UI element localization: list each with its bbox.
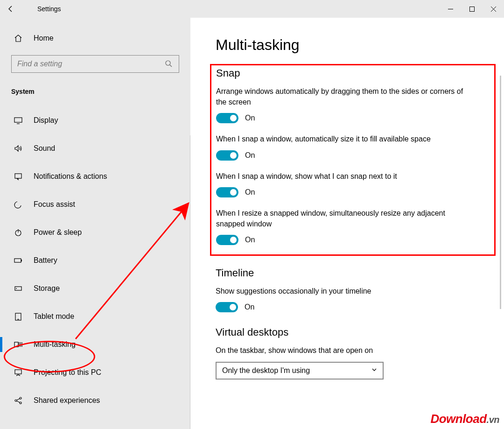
snap-toggle-1[interactable] <box>216 113 238 123</box>
svg-rect-21 <box>15 370 21 374</box>
titlebar: Settings <box>0 0 504 18</box>
sidebar-item-label: Power & sleep <box>34 228 82 237</box>
virtual-desktops-heading: Virtual desktops <box>216 326 490 338</box>
select-value: Only the desktop I'm using <box>222 366 310 375</box>
sidebar-item-label: Tablet mode <box>34 312 74 321</box>
sidebar-item-shared-experiences[interactable]: Shared experiences <box>0 387 190 415</box>
svg-rect-12 <box>21 260 22 261</box>
toggle-state: On <box>245 151 255 160</box>
arrow-left-icon <box>7 5 14 13</box>
setting-desc: On the taskbar, show windows that are op… <box>216 345 468 356</box>
maximize-button[interactable] <box>461 0 483 18</box>
storage-icon <box>13 283 23 294</box>
sound-icon <box>13 143 23 154</box>
sidebar-item-label: Display <box>34 116 58 125</box>
setting-desc: When I snap a window, show what I can sn… <box>216 171 468 182</box>
setting-desc: When I snap a window, automatically size… <box>216 134 468 144</box>
sidebar-item-power-sleep[interactable]: Power & sleep <box>0 218 190 246</box>
sidebar-item-label: Focus assist <box>34 200 75 209</box>
snap-setting-1: Arrange windows automatically by draggin… <box>216 86 490 123</box>
annotation-highlight-box: Snap Arrange windows automatically by dr… <box>210 64 496 256</box>
notifications-icon <box>13 171 23 182</box>
sidebar-item-label: Multi-tasking <box>34 340 76 349</box>
window-title: Settings <box>21 5 61 13</box>
svg-rect-6 <box>14 118 22 122</box>
sidebar-item-label: Storage <box>34 284 60 293</box>
search-icon <box>165 60 174 69</box>
sidebar-item-label: Projecting to this PC <box>34 368 101 377</box>
watermark: Download.vn <box>430 412 499 426</box>
sidebar-item-label: Shared experiences <box>34 396 100 405</box>
setting-desc: Arrange windows automatically by draggin… <box>216 86 468 107</box>
back-button[interactable] <box>0 0 21 18</box>
content-area: Multi-tasking Snap Arrange windows autom… <box>190 18 504 429</box>
section-label: System <box>0 79 190 99</box>
sidebar-item-label: Battery <box>34 256 57 265</box>
scrollbar[interactable] <box>500 76 501 309</box>
sidebar-item-projecting[interactable]: Projecting to this PC <box>0 359 190 387</box>
minimize-icon <box>448 7 453 12</box>
snap-heading: Snap <box>216 67 490 79</box>
toggle-state: On <box>245 188 255 197</box>
svg-point-4 <box>166 61 170 65</box>
sidebar-item-sound[interactable]: Sound <box>0 134 190 162</box>
page-title: Multi-tasking <box>216 36 490 54</box>
minimize-button[interactable] <box>440 0 461 18</box>
svg-point-14 <box>16 288 17 289</box>
power-icon <box>13 227 23 238</box>
snap-toggle-3[interactable] <box>216 187 238 197</box>
sidebar-item-focus-assist[interactable]: Focus assist <box>0 190 190 218</box>
search-field[interactable] <box>17 60 165 68</box>
snap-setting-3: When I snap a window, show what I can sn… <box>216 171 490 197</box>
setting-desc: Show suggestions occasionally in your ti… <box>216 286 468 296</box>
svg-rect-8 <box>15 174 21 178</box>
svg-rect-1 <box>469 7 474 11</box>
tablet-icon <box>13 311 23 322</box>
svg-point-22 <box>15 400 17 401</box>
timeline-heading: Timeline <box>216 267 490 279</box>
multitasking-icon <box>13 339 23 350</box>
sidebar-item-multitasking[interactable]: Multi-tasking <box>0 331 190 359</box>
svg-rect-17 <box>14 342 18 347</box>
sidebar-item-storage[interactable]: Storage <box>0 274 190 302</box>
svg-line-26 <box>17 401 20 402</box>
chevron-down-icon <box>371 367 377 374</box>
svg-point-23 <box>20 397 21 399</box>
svg-rect-11 <box>14 259 21 262</box>
maximize-icon <box>469 7 475 12</box>
svg-point-24 <box>20 402 21 404</box>
home-button[interactable]: Home <box>0 25 190 51</box>
sidebar-item-tablet-mode[interactable]: Tablet mode <box>0 302 190 331</box>
snap-toggle-4[interactable] <box>216 235 238 245</box>
home-label: Home <box>34 34 54 42</box>
search-input[interactable] <box>11 55 179 73</box>
timeline-toggle[interactable] <box>216 302 238 312</box>
sidebar-item-display[interactable]: Display <box>0 106 190 134</box>
snap-setting-4: When I resize a snapped window, simultan… <box>216 208 490 245</box>
shared-icon <box>13 395 23 406</box>
home-icon <box>13 33 23 43</box>
sidebar-item-battery[interactable]: Battery <box>0 246 190 274</box>
toggle-state: On <box>245 303 254 311</box>
timeline-setting: Show suggestions occasionally in your ti… <box>216 286 490 312</box>
display-icon <box>13 115 23 126</box>
toggle-state: On <box>245 114 255 122</box>
svg-line-5 <box>170 65 172 67</box>
virtual-desktops-select[interactable]: Only the desktop I'm using <box>216 362 384 380</box>
sidebar-item-label: Sound <box>34 144 55 153</box>
close-button[interactable] <box>483 0 504 18</box>
setting-desc: When I resize a snapped window, simultan… <box>216 208 468 229</box>
snap-setting-2: When I snap a window, automatically size… <box>216 134 490 160</box>
nav-list: Display Sound Notifications & actions Fo… <box>0 106 190 415</box>
close-icon <box>491 7 496 12</box>
sidebar-item-notifications[interactable]: Notifications & actions <box>0 162 190 190</box>
sidebar-item-label: Notifications & actions <box>34 172 107 181</box>
svg-line-25 <box>17 399 20 400</box>
toggle-state: On <box>245 236 255 244</box>
sidebar: Home System Display Sound <box>0 18 190 429</box>
focus-assist-icon <box>13 199 23 210</box>
snap-toggle-2[interactable] <box>216 150 238 161</box>
battery-icon <box>13 255 23 266</box>
projecting-icon <box>13 367 23 378</box>
